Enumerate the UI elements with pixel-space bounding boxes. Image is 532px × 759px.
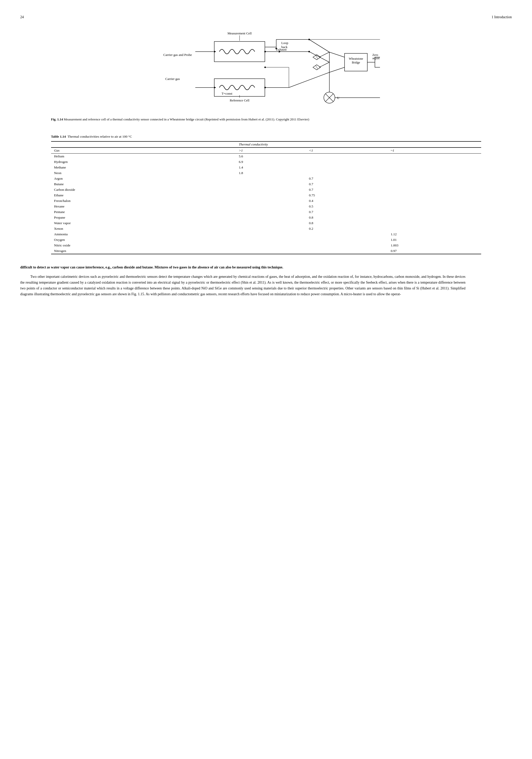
svg-line-38 [319,52,329,57]
cell-gas: Hydrogen [51,159,236,165]
cell-lt1: 0.5 [306,204,388,209]
cell-lt1: 0.7 [306,187,388,192]
figure-caption-text: Measurement and reference cell of a ther… [64,117,309,121]
cell-gt1 [236,181,306,187]
cell-gt1 [236,231,306,237]
cell-lt1 [306,165,388,170]
cell-lt1 [306,170,388,176]
cell-gas: Hexane [51,204,236,209]
cell-lt1: 0.8 [306,215,388,220]
cell-lt1: 0.8 [306,220,388,226]
cell-gas: Nitric oxide [51,243,236,248]
svg-marker-12 [214,87,216,89]
cell-gas: Oxygen [51,237,236,243]
cell-gas: Neon [51,170,236,176]
figure-caption: Fig. 1.14 Measurement and reference cell… [51,117,481,122]
svg-text:Measurement Cell: Measurement Cell [227,31,252,35]
cell-gas: Xenon [51,226,236,231]
cell-lt1 [306,153,388,159]
cell-gt1: 1.4 [236,165,306,170]
body-paragraph-2: Two other important calorimetric devices… [20,274,466,297]
cell-gt1: 5.6 [236,153,306,159]
cell-gas: Freon/halon [51,198,236,204]
cell-gt1 [236,204,306,209]
cell-gt1 [236,220,306,226]
table-body: Helium 5.6 Hydrogen 6.9 Methane 1.4 Neon… [51,153,481,254]
cell-gas: Methane [51,165,236,170]
svg-text:T=const: T=const [221,92,232,96]
data-table: Thermal conductivity Gas >1 <1 ~1 Helium… [51,141,481,254]
cell-approx1: 1.01 [388,237,481,243]
table-row: Neon 1.8 [51,170,481,176]
cell-gt1 [236,187,306,192]
cell-approx1 [388,220,481,226]
cell-approx1: 0.97 [388,248,481,254]
cell-gt1 [236,215,306,220]
svg-point-54 [265,87,266,88]
cell-gas: Propane [51,215,236,220]
cell-approx1 [388,159,481,165]
cell-approx1 [388,170,481,176]
cell-gt1 [236,176,306,181]
svg-text:back: back [281,45,288,49]
cell-lt1 [306,231,388,237]
body-paragraph-1: difficult to detect as water vapor can c… [20,264,466,270]
page-number: 24 [20,15,24,19]
cell-approx1 [388,187,481,192]
cell-approx1 [388,165,481,170]
cell-gas: Butane [51,181,236,187]
cell-approx1 [388,153,481,159]
cell-lt1: 0.7 [306,209,388,215]
cell-gas: Ethane [51,192,236,198]
svg-text:adjust: adjust [372,57,380,60]
svg-line-25 [309,52,329,62]
cell-lt1 [306,243,388,248]
table-container: Table 1.14 Thermal conductivities relati… [51,135,481,254]
table-row: Helium 5.6 [51,153,481,159]
col-thermal-header: Thermal conductivity [236,141,481,147]
svg-text:Zero: Zero [372,53,378,57]
svg-line-23 [309,39,329,52]
cell-gt1 [236,243,306,248]
cell-gas: Water vapor [51,220,236,226]
cell-approx1 [388,192,481,198]
svg-marker-10 [214,51,216,53]
svg-line-29 [329,52,345,57]
cell-approx1: 1.12 [388,231,481,237]
col-gt1-header: >1 [236,147,306,154]
col-lt1-header: <1 [306,147,388,154]
cell-gt1 [236,237,306,243]
svg-point-56 [308,51,310,52]
table-row: Oxygen 1.01 [51,237,481,243]
cell-gas: Helium [51,153,236,159]
cell-lt1 [306,248,388,254]
cell-approx1 [388,209,481,215]
cell-gt1: 1.8 [236,170,306,176]
cell-gas: Ammonia [51,231,236,237]
table-label: Table 1.14 [51,135,66,139]
figure-container: Measurement Cell Carrier gas and Probe C… [20,27,512,130]
col-gas-subheader: Gas [51,147,236,154]
chapter-header: 1 Introduction [492,15,512,19]
table-row: Water vapor 0.8 [51,220,481,226]
figure-label: Fig. 1.14 [51,117,63,121]
cell-gas: Pentane [51,209,236,215]
cell-gt1 [236,198,306,204]
cell-approx1 [388,181,481,187]
cell-approx1 [388,176,481,181]
cell-lt1: 0.7 [306,176,388,181]
cell-approx1: 1.003 [388,243,481,248]
table-header-row1: Thermal conductivity [51,141,481,147]
cell-lt1 [306,237,388,243]
svg-text:Carrier gas: Carrier gas [165,77,180,81]
svg-line-27 [289,72,329,88]
cell-approx1 [388,198,481,204]
cell-gt1 [236,248,306,254]
cell-approx1 [388,215,481,220]
table-row: Pentane 0.7 [51,209,481,215]
svg-point-53 [265,51,266,52]
col-gas-header [51,141,236,147]
svg-text:Wheatstone: Wheatstone [348,57,363,60]
table-row: Butane 0.7 [51,181,481,187]
svg-line-39 [319,62,329,67]
